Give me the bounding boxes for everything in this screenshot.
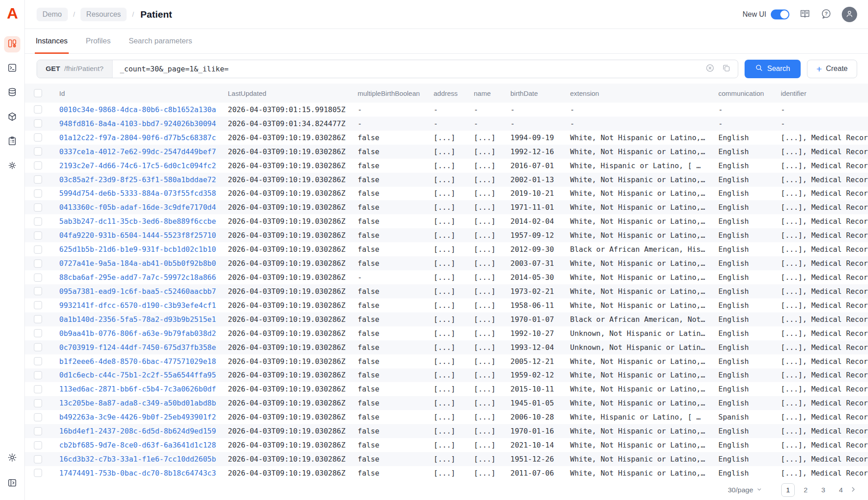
page-button-1[interactable]: 1	[781, 483, 795, 497]
breadcrumb-item-demo[interactable]: Demo	[37, 8, 68, 21]
cell-multiplebirthboolean: false	[349, 245, 425, 254]
next-page-button[interactable]	[849, 486, 857, 495]
cell-address: [...]	[425, 133, 465, 142]
resource-id-link[interactable]: 03c85a2f-23d9-8f25-63f1-580a1bddae72	[50, 175, 219, 184]
resource-id-link[interactable]: 0c703919-f124-44df-7450-675d37fb358e	[50, 343, 219, 352]
resource-id-link[interactable]: 5994d754-de6b-5333-884a-073f55fcd358	[50, 189, 219, 198]
resource-id-link[interactable]: 9932141f-dfcc-6570-d190-c3b93efe4cf1	[50, 301, 219, 310]
row-checkbox[interactable]	[34, 315, 42, 323]
row-checkbox[interactable]	[34, 231, 42, 240]
sidebar-item-settings[interactable]	[4, 450, 20, 467]
row-checkbox[interactable]	[34, 274, 42, 282]
sidebar: A	[0, 0, 25, 500]
row-checkbox[interactable]	[34, 287, 42, 295]
resource-id-link[interactable]: 2193c2e7-4d66-74c6-17c5-6d0c1c094fc2	[50, 161, 219, 170]
resource-id-link[interactable]: 0727a41e-9a5a-184a-ab41-0b5b0f92b8b0	[50, 259, 219, 268]
page-button-2[interactable]: 2	[799, 483, 812, 497]
row-checkbox[interactable]	[34, 371, 42, 379]
search-row: GET /fhir/Patient? Search +	[25, 54, 868, 84]
query-input[interactable]	[113, 65, 705, 73]
row-checkbox[interactable]	[34, 427, 42, 435]
cell-multiplebirthboolean: false	[349, 315, 425, 324]
row-checkbox[interactable]	[34, 105, 42, 113]
row-checkbox[interactable]	[34, 217, 42, 226]
help-button[interactable]: ?	[821, 8, 832, 21]
sidebar-item-iam[interactable]	[4, 158, 20, 175]
cell-multiplebirthboolean: false	[349, 175, 425, 184]
sidebar-nav	[4, 36, 20, 175]
row-checkbox[interactable]	[34, 119, 42, 127]
row-checkbox[interactable]	[34, 161, 42, 170]
sidebar-item-rest-console[interactable]	[4, 61, 20, 77]
clear-button[interactable]	[705, 63, 715, 74]
tab-instances[interactable]: Instances	[35, 29, 69, 54]
resource-id-link[interactable]: 16bd4ef1-2437-208c-6d5d-8b624d9ed159	[50, 427, 219, 435]
row-checkbox[interactable]	[34, 175, 42, 184]
row-checkbox[interactable]	[34, 189, 42, 198]
row-checkbox[interactable]	[34, 245, 42, 254]
row-checkbox[interactable]	[34, 357, 42, 365]
sidebar-item-db-console[interactable]	[4, 85, 20, 101]
resource-id-link[interactable]: 16cd3b32-c7b3-33a1-f1e6-7cc10dd2605b	[50, 455, 219, 463]
resource-id-link[interactable]: 625d1b5b-21d6-b1e9-931f-bcb1d02c1b10	[50, 245, 219, 254]
docs-button[interactable]	[799, 8, 811, 21]
sidebar-item-packages[interactable]	[4, 109, 20, 126]
table-row: 01a12c22-f97a-2804-90f6-d77b5c68387c2026…	[25, 131, 868, 145]
resource-id-link[interactable]: 0337ce1a-4012-7e62-99dc-2547d449bef7	[50, 147, 219, 156]
cell-communication: English	[709, 287, 772, 296]
row-checkbox[interactable]	[34, 301, 42, 309]
resource-id-link[interactable]: 0b9aa41b-0776-806f-a63e-9b79fab038d2	[50, 329, 219, 338]
row-checkbox[interactable]	[34, 399, 42, 407]
package-icon	[7, 112, 17, 123]
row-checkbox[interactable]	[34, 441, 42, 449]
tab-profiles[interactable]: Profiles	[85, 29, 112, 54]
http-method-chip[interactable]: GET /fhir/Patient?	[37, 60, 113, 78]
user-avatar[interactable]	[842, 7, 857, 22]
resource-id-link[interactable]: 095a7381-ead9-1c6f-baa5-c52460aacbb7	[50, 287, 219, 296]
row-checkbox[interactable]	[34, 413, 42, 421]
cell-birthdate: -	[501, 119, 561, 128]
page-button-4[interactable]: 4	[834, 483, 848, 497]
row-checkbox[interactable]	[34, 329, 42, 337]
cell-extension: White, Not Hispanic or Latino,…	[561, 133, 709, 142]
row-checkbox[interactable]	[34, 147, 42, 156]
aidbox-logo[interactable]: A	[7, 5, 18, 21]
row-checkbox[interactable]	[34, 133, 42, 142]
row-checkbox[interactable]	[34, 469, 42, 477]
resource-id-link[interactable]: 17474491-753b-0bac-dc70-8b18c64743c3	[50, 469, 219, 477]
resource-id-link[interactable]: 0010c34e-9868-4dca-80b6-c8b1652a130a	[50, 105, 219, 114]
breadcrumb-item-resources[interactable]: Resources	[80, 8, 127, 21]
resource-id-link[interactable]: 0d1c6ecb-c44c-75b1-2c2f-55a6544ffa95	[50, 371, 219, 379]
page-button-3[interactable]: 3	[816, 483, 830, 497]
sidebar-item-dev-panel[interactable]	[4, 476, 20, 492]
resource-id-link[interactable]: 113ed6ac-2871-bb6f-c5b4-7c3a0626b0df	[50, 385, 219, 393]
row-checkbox[interactable]	[34, 385, 42, 393]
resource-id-link[interactable]: 0a1b140d-2356-5fa5-78a2-d93b9b2515e1	[50, 315, 219, 324]
resource-id-link[interactable]: cb2bf685-9d7e-8ce0-d63f-6a3641d1c128	[50, 441, 219, 449]
table-row: 0727a41e-9a5a-184a-ab41-0b5b0f92b8b02026…	[25, 256, 868, 270]
resource-id-link[interactable]: 948fd816-8a4a-4103-bbd7-924026b30094	[50, 119, 219, 128]
row-checkbox[interactable]	[34, 343, 42, 351]
row-checkbox-cell	[25, 469, 50, 477]
resource-id-link[interactable]: 88cba6af-295e-add7-7a7c-59972c18a866	[50, 273, 219, 282]
resource-id-link[interactable]: 13c205be-8a87-ada8-c349-a50bd01abd8b	[50, 399, 219, 407]
page-size-select[interactable]: 30/page	[728, 486, 762, 494]
resource-id-link[interactable]: 01a12c22-f97a-2804-90f6-d77b5c68387c	[50, 133, 219, 142]
row-checkbox[interactable]	[34, 455, 42, 463]
copy-button[interactable]	[722, 63, 731, 74]
new-ui-toggle[interactable]	[771, 9, 789, 19]
row-checkbox[interactable]	[34, 203, 42, 212]
resource-id-link[interactable]: b492263a-3c9e-4426-9b0f-25eb493901f2	[50, 413, 219, 421]
resource-id-link[interactable]: 04fa9220-931b-6504-1444-5523f8f25710	[50, 231, 219, 240]
search-button[interactable]: Search	[745, 60, 801, 78]
resource-id-link[interactable]: 0413360c-f05b-adaf-16de-3c9dfe7170d4	[50, 203, 219, 212]
tab-search-parameters[interactable]: Search parameters	[128, 29, 193, 54]
sidebar-item-resources[interactable]	[4, 36, 20, 52]
sidebar-item-forms[interactable]	[4, 134, 20, 150]
resource-id-link[interactable]: b1f2eee6-4de8-8570-6bac-477571029e18	[50, 357, 219, 366]
table-row: b492263a-3c9e-4426-9b0f-25eb493901f22026…	[25, 410, 868, 424]
select-all-checkbox[interactable]	[34, 89, 42, 97]
row-checkbox[interactable]	[34, 259, 42, 268]
resource-id-link[interactable]: 5ab3b247-dc11-35cb-3ed6-8be889f6ccbe	[50, 217, 219, 226]
create-button[interactable]: + Create	[807, 60, 857, 78]
